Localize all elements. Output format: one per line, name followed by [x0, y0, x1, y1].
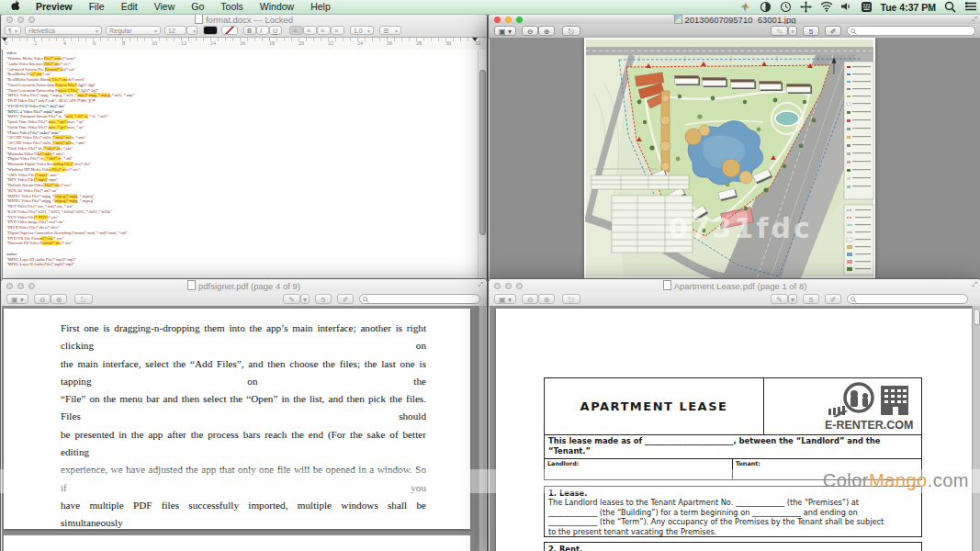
time-machine-icon[interactable] — [780, 1, 792, 13]
menu-help[interactable]: Help — [302, 0, 339, 14]
apple-icon — [11, 0, 20, 11]
lease-titlebar[interactable]: Apartment Lease.pdf (page 1 of 8) ⤢ — [489, 279, 980, 293]
align-justify-button[interactable]: ≡ — [331, 26, 344, 35]
search-icon — [850, 297, 857, 303]
site-plan-watermark: 0731fdc — [669, 212, 813, 244]
site-plan-pond — [685, 120, 763, 185]
markup-button[interactable]: ✐ — [337, 294, 354, 304]
pdfsigner-titlebar[interactable]: pdfsigner.pdf (page 4 of 9) ⤢ — [1, 279, 487, 293]
universal-access-icon[interactable] — [800, 1, 812, 13]
document-body[interactable]: video: "Window Media Video File(*.wmv)*.… — [2, 50, 486, 286]
font-size-dropdown[interactable]: ▾ — [186, 26, 197, 35]
font-family-dropdown[interactable]: Helvetica▾ — [25, 26, 102, 35]
pdfsigner-window: pdfsigner.pdf (page 4 of 9) ⤢ ▣ ▾ ⊖ ⊕ ⎋ … — [0, 278, 488, 551]
share-button[interactable]: ⎋ — [562, 294, 580, 304]
search-icon — [850, 28, 857, 35]
zoom-out-button[interactable]: ⊖ — [34, 294, 51, 304]
pdf-canvas[interactable]: APARTMENT LEASE — [490, 306, 980, 551]
pen-tool-button[interactable]: ✎ — [771, 294, 788, 304]
pen-tool-dropdown[interactable]: ▾ — [788, 294, 797, 304]
menu-preview[interactable]: Preview — [28, 0, 81, 14]
view-menu-button[interactable]: ▣ ▾ — [6, 294, 28, 304]
spotlight-icon[interactable] — [944, 1, 956, 13]
typeface-dropdown[interactable]: Regular▾ — [106, 26, 161, 35]
view-menu-button[interactable]: ▣ ▾ — [494, 294, 516, 304]
search-input[interactable] — [859, 27, 973, 35]
lease-text-line: _____________ (the “Building”) for a ter… — [548, 508, 918, 517]
menu-window[interactable]: Window — [252, 0, 302, 14]
scrollbar-thumb[interactable] — [479, 70, 486, 235]
list-style-dropdown[interactable]: ☰▾ — [379, 26, 401, 35]
menu-view[interactable]: View — [146, 0, 184, 14]
align-right-button[interactable]: ≡ — [317, 26, 331, 35]
scrollbar-track[interactable] — [478, 50, 486, 286]
search-field[interactable] — [847, 294, 968, 304]
page-number-button[interactable]: 5 — [315, 294, 332, 304]
bold-button[interactable]: B — [243, 26, 256, 35]
ruler-indent-marker-left[interactable] — [2, 38, 7, 41]
landlord-cell: Landlord: — [544, 459, 733, 480]
paragraph-styles-dropdown[interactable]: ¶▾ — [5, 26, 21, 35]
textedit-window: format.docx — Locked ¶▾ Helvetica▾ Regul… — [0, 13, 488, 287]
pdf-text-line: “File” on the menu bar and then select t… — [61, 390, 426, 426]
apple-menu[interactable] — [0, 0, 28, 15]
menu-tools[interactable]: Tools — [212, 0, 252, 14]
search-field[interactable] — [847, 26, 975, 36]
document-icon — [195, 14, 203, 24]
fullscreen-icon[interactable]: ⤢ — [972, 281, 977, 288]
ruler[interactable]: 02468101214161820222426283032 — [1, 38, 479, 51]
share-button[interactable]: ⎋ — [74, 294, 93, 304]
menu-file[interactable]: File — [81, 0, 113, 14]
menu-bar: PreviewFileEditViewGoToolsWindowHelp Tue… — [0, 0, 980, 15]
format-line: "MPEG Layer II Audio File(*.mp2)*.mp2" — [6, 262, 135, 267]
view-menu-button[interactable]: ▣ ▾ — [494, 26, 516, 36]
keyboard-input-icon[interactable] — [861, 1, 873, 13]
menu-go[interactable]: Go — [183, 0, 212, 14]
pen-tool-button[interactable]: ✎ — [771, 26, 788, 36]
page-number-button[interactable]: 5 — [803, 26, 819, 36]
pen-tool-button[interactable]: ✎ — [283, 294, 300, 304]
scrollbar-track[interactable] — [479, 306, 486, 551]
menu-edit[interactable]: Edit — [113, 0, 146, 14]
stroke-color-swatch[interactable] — [221, 26, 238, 35]
preview-toolbar: ▣ ▾ ⊖ ⊕ ⎋ ✎ ▾ 5 ✐ — [1, 292, 487, 307]
search-input[interactable] — [859, 295, 965, 303]
zoom-in-button[interactable]: ⊕ — [538, 294, 555, 304]
search-field[interactable] — [359, 294, 480, 304]
lease-window: Apartment Lease.pdf (page 1 of 8) ⤢ ▣ ▾ … — [488, 278, 980, 551]
search-input[interactable] — [371, 295, 478, 303]
zoom-in-button[interactable]: ⊕ — [51, 294, 67, 304]
notification-center-icon[interactable] — [964, 1, 976, 13]
pen-tool-dropdown[interactable]: ▾ — [788, 26, 797, 36]
text-color-swatch[interactable] — [203, 26, 218, 35]
ruler-number: 12 — [181, 40, 186, 46]
fullscreen-icon[interactable]: ⤢ — [478, 281, 483, 288]
align-left-button[interactable]: ≡ — [289, 26, 303, 35]
image-canvas[interactable]: 0731fdc — [490, 38, 980, 286]
scrollbar-thumb[interactable] — [974, 309, 980, 325]
scrollbar-track[interactable] — [972, 306, 980, 551]
markup-button[interactable]: ✐ — [825, 26, 841, 36]
share-button[interactable]: ⎋ — [562, 26, 580, 36]
pen-tool-dropdown[interactable]: ▾ — [300, 294, 310, 304]
pdf-canvas[interactable]: First one is dragging-n-dropping them in… — [2, 306, 486, 551]
underline-button[interactable]: U — [269, 26, 282, 35]
page-number-button[interactable]: 5 — [803, 294, 819, 304]
zoom-out-button[interactable]: ⊖ — [522, 26, 538, 36]
app-status-icon[interactable] — [739, 1, 751, 13]
line-spacing-dropdown[interactable]: 1.0▾ — [350, 26, 374, 35]
align-center-button[interactable]: ≡ — [303, 26, 317, 35]
zoom-in-button[interactable]: ⊕ — [538, 26, 555, 36]
markup-button[interactable]: ✐ — [825, 294, 841, 304]
menu-clock[interactable]: Tue 4:37 PM — [881, 2, 937, 13]
zoom-out-button[interactable]: ⊖ — [522, 294, 538, 304]
site-plan-pool — [775, 111, 799, 126]
fullscreen-icon[interactable]: ⤢ — [972, 16, 977, 23]
preview-toolbar: ▣ ▾ ⊖ ⊕ ⎋ ✎ ▾ 5 ✐ — [489, 292, 980, 307]
italic-button[interactable]: I — [256, 26, 269, 35]
volume-icon[interactable] — [840, 1, 852, 13]
wifi-icon[interactable] — [820, 1, 832, 13]
display-contrast-icon[interactable] — [760, 1, 772, 13]
ruler-indent-marker-right[interactable] — [472, 38, 478, 41]
font-size-field[interactable]: 12 — [164, 26, 186, 35]
